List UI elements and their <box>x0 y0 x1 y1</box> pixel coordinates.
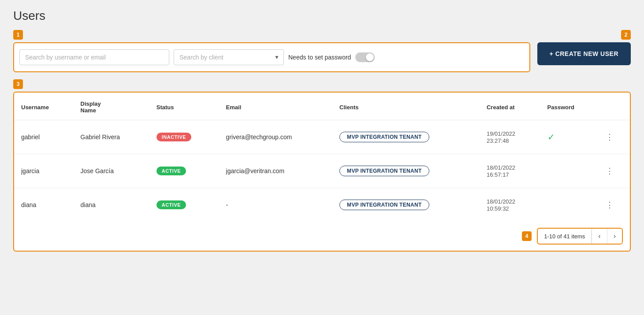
table-row: diana diana ACTIVE - MVP INTEGRATION TEN… <box>14 188 630 222</box>
cell-email: - <box>219 188 333 222</box>
cell-password: ✓ <box>540 120 599 154</box>
pagination-area: 4 1-10 of 41 items ‹ › <box>14 222 630 251</box>
more-actions-icon[interactable]: ⋮ <box>606 167 614 175</box>
client-tag: MVP INTEGRATION TENANT <box>339 200 429 210</box>
search-username-input[interactable] <box>19 49 169 65</box>
create-new-user-button[interactable]: + CREATE NEW USER <box>537 42 631 65</box>
client-tag: MVP INTEGRATION TENANT <box>339 166 429 176</box>
table-row: gabriel Gabriel Rivera INACTIVE grivera@… <box>14 120 630 154</box>
badge-2: 2 <box>621 30 631 40</box>
search-section: Search by client ▼ Needs to set password <box>13 42 530 72</box>
cell-clients: MVP INTEGRATION TENANT <box>332 188 480 222</box>
cell-display-name: Jose García <box>74 154 149 188</box>
pagination-info: 1-10 of 41 items <box>538 230 592 243</box>
cell-username: gabriel <box>14 120 74 154</box>
cell-display-name: Gabriel Rivera <box>74 120 149 154</box>
cell-created-at: 18/01/202210:59:32 <box>480 188 540 222</box>
cell-password <box>540 154 599 188</box>
cell-username: diana <box>14 188 74 222</box>
more-actions-icon[interactable]: ⋮ <box>606 133 614 141</box>
cell-email: jgarcia@veritran.com <box>219 154 333 188</box>
col-email: Email <box>219 93 333 120</box>
badge-1: 1 <box>13 30 23 40</box>
search-client-select[interactable]: Search by client <box>174 49 284 65</box>
cell-more-actions[interactable]: ⋮ <box>599 188 630 222</box>
page-title: Users <box>13 9 631 23</box>
col-clients: Clients <box>332 93 480 120</box>
status-badge: ACTIVE <box>156 167 186 175</box>
password-check-icon: ✓ <box>547 132 555 142</box>
cell-status: ACTIVE <box>149 154 219 188</box>
cell-display-name: diana <box>74 188 149 222</box>
needs-password-toggle-label: Needs to set password <box>288 52 375 62</box>
status-badge: INACTIVE <box>156 133 191 141</box>
cell-status: INACTIVE <box>149 120 219 154</box>
cell-clients: MVP INTEGRATION TENANT <box>332 120 480 154</box>
cell-email: grivera@techgroup.com <box>219 120 333 154</box>
badge-3: 3 <box>13 79 23 89</box>
pagination-next-button[interactable]: › <box>607 229 622 244</box>
col-display-name: DisplayName <box>74 93 149 120</box>
users-table-container: Username DisplayName Status Email Client… <box>13 92 631 252</box>
cell-more-actions[interactable]: ⋮ <box>599 120 630 154</box>
cell-created-at: 18/01/202216:57:17 <box>480 154 540 188</box>
cell-created-at: 19/01/202223:27:48 <box>480 120 540 154</box>
status-badge: ACTIVE <box>156 200 186 209</box>
cell-username: jgarcia <box>14 154 74 188</box>
cell-password <box>540 188 599 222</box>
pagination-controls: 1-10 of 41 items ‹ › <box>537 228 623 245</box>
cell-more-actions[interactable]: ⋮ <box>599 154 630 188</box>
pagination-prev-button[interactable]: ‹ <box>592 229 607 244</box>
table-header-row: Username DisplayName Status Email Client… <box>14 93 630 120</box>
table-row: jgarcia Jose García ACTIVE jgarcia@verit… <box>14 154 630 188</box>
users-table: Username DisplayName Status Email Client… <box>14 93 630 222</box>
col-username: Username <box>14 93 74 120</box>
more-actions-icon[interactable]: ⋮ <box>606 200 614 209</box>
col-password: Password <box>540 93 599 120</box>
cell-status: ACTIVE <box>149 188 219 222</box>
col-status: Status <box>149 93 219 120</box>
table-section: 3 Username DisplayName Status Email Clie… <box>13 79 631 252</box>
needs-password-toggle[interactable] <box>355 52 375 62</box>
cell-clients: MVP INTEGRATION TENANT <box>332 154 480 188</box>
col-created-at: Created at <box>480 93 540 120</box>
badge-4: 4 <box>522 231 532 241</box>
client-tag: MVP INTEGRATION TENANT <box>339 132 429 142</box>
col-actions <box>599 93 630 120</box>
